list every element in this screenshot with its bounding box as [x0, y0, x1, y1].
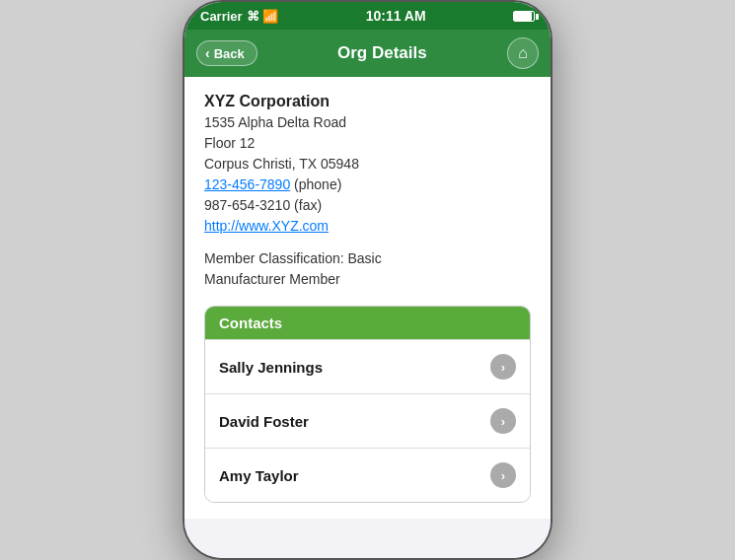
- back-button[interactable]: ‹ Back: [196, 40, 257, 66]
- status-time: 10:11 AM: [366, 8, 426, 24]
- contact-item-1[interactable]: David Foster ›: [205, 393, 530, 448]
- org-classification-line1: Member Classification: Basic: [204, 248, 531, 269]
- org-address-line1: 1535 Alpha Delta Road: [204, 112, 531, 133]
- org-classification: Member Classification: Basic Manufacture…: [204, 248, 531, 290]
- back-label: Back: [214, 46, 245, 61]
- contact-name-2: Amy Taylor: [219, 467, 299, 484]
- contact-name-0: Sally Jennings: [219, 359, 323, 376]
- org-phone-line: 123-456-7890 (phone): [204, 175, 531, 195]
- contacts-header: Contacts: [205, 307, 530, 339]
- org-phone-link[interactable]: 123-456-7890: [204, 176, 290, 192]
- battery-fill: [514, 12, 532, 21]
- carrier-label: Carrier: [200, 9, 243, 24]
- contact-chevron-0: ›: [490, 354, 516, 380]
- back-chevron-icon: ‹: [205, 45, 210, 61]
- contact-item-2[interactable]: Amy Taylor ›: [205, 448, 530, 502]
- content-area: XYZ Corporation 1535 Alpha Delta Road Fl…: [184, 77, 551, 519]
- contact-name-1: David Foster: [219, 413, 309, 430]
- phone-frame: Carrier ⌘ 📶 10:11 AM ‹ Back Org Details …: [183, 0, 552, 560]
- home-icon: ⌂: [518, 44, 528, 62]
- org-website-link[interactable]: http://www.XYZ.com: [204, 218, 329, 234]
- org-website-line: http://www.XYZ.com: [204, 216, 531, 237]
- org-name: XYZ Corporation: [204, 93, 531, 110]
- org-phone-type: (phone): [290, 176, 341, 192]
- org-address: 1535 Alpha Delta Road Floor 12 Corpus Ch…: [204, 112, 531, 237]
- contacts-section: Contacts Sally Jennings › David Foster ›…: [204, 306, 531, 503]
- org-classification-line2: Manufacturer Member: [204, 269, 531, 290]
- wifi-icon: ⌘ 📶: [247, 9, 279, 24]
- org-fax: 987-654-3210 (fax): [204, 195, 531, 216]
- contact-chevron-2: ›: [490, 462, 516, 488]
- status-bar: Carrier ⌘ 📶 10:11 AM: [184, 2, 551, 30]
- org-address-line3: Corpus Christi, TX 05948: [204, 154, 531, 175]
- contact-item-0[interactable]: Sally Jennings ›: [205, 339, 530, 393]
- nav-bar: ‹ Back Org Details ⌂: [184, 30, 551, 77]
- battery-icon: [513, 11, 535, 22]
- bottom-padding: [184, 519, 551, 558]
- page-title: Org Details: [337, 43, 427, 63]
- status-carrier: Carrier ⌘ 📶: [200, 9, 278, 24]
- contact-chevron-1: ›: [490, 408, 516, 434]
- org-address-line2: Floor 12: [204, 133, 531, 154]
- time-label: 10:11 AM: [366, 8, 426, 24]
- home-button[interactable]: ⌂: [507, 37, 539, 69]
- status-battery: [513, 11, 535, 22]
